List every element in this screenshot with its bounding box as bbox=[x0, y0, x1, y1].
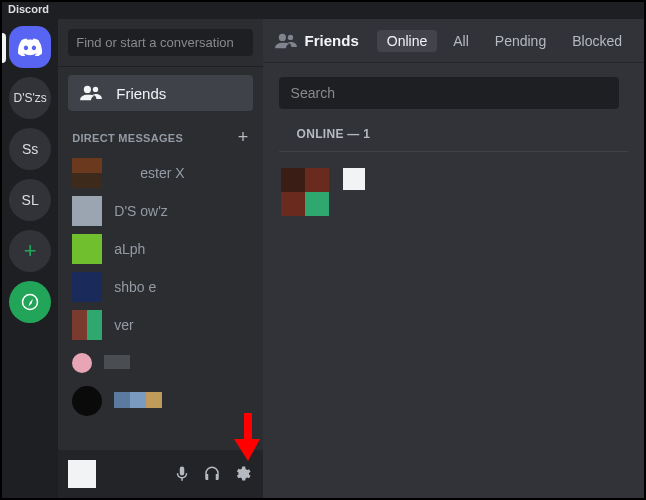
online-friend-avatar[interactable] bbox=[343, 168, 365, 190]
dm-item[interactable]: shbo e bbox=[64, 268, 256, 306]
friends-nav-button[interactable]: Friends bbox=[68, 75, 252, 111]
friends-icon bbox=[80, 84, 102, 102]
avatar bbox=[72, 272, 102, 302]
dm-name bbox=[114, 392, 162, 411]
online-friend-avatar[interactable] bbox=[281, 168, 329, 216]
dm-item[interactable] bbox=[64, 344, 256, 382]
user-panel bbox=[58, 450, 262, 498]
avatar bbox=[72, 353, 92, 373]
channel-sidebar: Find or start a conversation Friends DIR… bbox=[58, 19, 262, 498]
avatar bbox=[72, 386, 102, 416]
microphone-icon bbox=[173, 465, 191, 483]
server-initials: SL bbox=[22, 192, 39, 208]
plus-icon: + bbox=[24, 238, 37, 264]
topbar-title-text: Friends bbox=[305, 32, 359, 49]
current-user-avatar[interactable] bbox=[68, 460, 96, 488]
server-selection-pill bbox=[2, 33, 6, 63]
friends-search-input[interactable] bbox=[279, 77, 619, 109]
explore-servers-button[interactable] bbox=[9, 281, 51, 323]
friends-nav-label: Friends bbox=[116, 85, 166, 102]
server-initials: D'S'zs bbox=[13, 91, 46, 105]
dm-name: D'S ow'z bbox=[114, 203, 168, 219]
server-list: D'S'zs Ss SL + bbox=[2, 19, 58, 498]
dm-name: aLph bbox=[114, 241, 145, 257]
compass-icon bbox=[21, 293, 39, 311]
dm-name bbox=[104, 355, 130, 372]
create-dm-button[interactable]: + bbox=[238, 127, 249, 148]
window-title: Discord bbox=[2, 2, 644, 19]
friends-icon bbox=[275, 32, 297, 50]
dm-item[interactable]: aLph bbox=[64, 230, 256, 268]
dm-name: ver bbox=[114, 317, 133, 333]
server-item[interactable]: D'S'zs bbox=[9, 77, 51, 119]
dm-item[interactable] bbox=[64, 382, 256, 420]
deafen-button[interactable] bbox=[199, 461, 225, 487]
avatar bbox=[72, 310, 102, 340]
add-server-button[interactable]: + bbox=[9, 230, 51, 272]
dm-list: ester X D'S ow'z aLph shbo e ver bbox=[58, 154, 262, 450]
headphones-icon bbox=[203, 465, 221, 483]
avatar bbox=[72, 196, 102, 226]
main-content: Friends Online All Pending Blocked ONLIN… bbox=[263, 19, 644, 498]
gear-icon bbox=[233, 465, 251, 483]
online-friends-row bbox=[263, 152, 644, 216]
avatar bbox=[72, 234, 102, 264]
home-button[interactable] bbox=[9, 26, 51, 68]
mute-button[interactable] bbox=[169, 461, 195, 487]
server-item[interactable]: SL bbox=[9, 179, 51, 221]
tab-all[interactable]: All bbox=[443, 30, 479, 52]
discord-logo-icon bbox=[18, 38, 42, 56]
dm-header-label: DIRECT MESSAGES bbox=[72, 132, 183, 144]
user-settings-button[interactable] bbox=[229, 461, 255, 487]
dm-item[interactable]: ver bbox=[64, 306, 256, 344]
find-conversation-button[interactable]: Find or start a conversation bbox=[68, 29, 252, 56]
online-section-header: ONLINE — 1 bbox=[279, 109, 628, 152]
tab-online[interactable]: Online bbox=[377, 30, 437, 52]
top-bar: Friends Online All Pending Blocked bbox=[263, 19, 644, 63]
dm-name: ester X bbox=[114, 165, 184, 181]
topbar-title: Friends bbox=[275, 32, 371, 50]
tab-blocked[interactable]: Blocked bbox=[562, 30, 632, 52]
dm-item[interactable]: ester X bbox=[64, 154, 256, 192]
avatar bbox=[72, 158, 102, 188]
dm-name: shbo e bbox=[114, 279, 156, 295]
server-item[interactable]: Ss bbox=[9, 128, 51, 170]
dm-item[interactable]: D'S ow'z bbox=[64, 192, 256, 230]
tab-pending[interactable]: Pending bbox=[485, 30, 556, 52]
server-initials: Ss bbox=[22, 141, 38, 157]
